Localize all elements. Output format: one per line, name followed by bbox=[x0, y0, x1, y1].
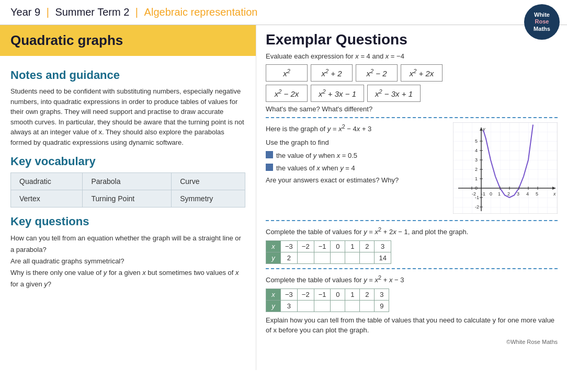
table2-intro: Complete the table of values for y = x2 … bbox=[266, 273, 558, 285]
sep2: | bbox=[132, 6, 141, 18]
table2-y-1: 3 bbox=[281, 300, 298, 312]
vocab-cell: Curve bbox=[172, 173, 245, 190]
bullet-icon-2 bbox=[266, 164, 273, 171]
svg-text:-2: -2 bbox=[475, 204, 479, 210]
table1-y-2 bbox=[297, 252, 314, 263]
same-diff: What's the same? What's different? bbox=[266, 105, 558, 113]
exact-estimate: Are your answers exact or estimates? Why… bbox=[266, 175, 448, 186]
key-questions: How can you tell from an equation whethe… bbox=[10, 233, 245, 290]
table2-x-1: −3 bbox=[281, 289, 298, 300]
bullet-1-text: the value of y when x = 0.5 bbox=[276, 151, 357, 161]
header-title: Year 9 | Summer Term 2 | Algebraic repre… bbox=[10, 6, 257, 18]
svg-text:3: 3 bbox=[517, 191, 519, 197]
divider-2 bbox=[266, 220, 558, 221]
banner-title: Quadratic graphs bbox=[10, 32, 245, 49]
graph-intro: Here is the graph of y = x2 − 4x + 3 bbox=[266, 122, 448, 134]
table2-x-5: 1 bbox=[345, 289, 360, 300]
table2-x-label: x bbox=[266, 289, 281, 300]
yellow-banner: Quadratic graphs bbox=[0, 25, 256, 56]
graph-text-area: Here is the graph of y = x2 − 4x + 3 Use… bbox=[266, 122, 448, 189]
table1-x-3: −1 bbox=[314, 240, 331, 252]
table2-y-3 bbox=[314, 300, 331, 312]
table2-y-6 bbox=[360, 300, 375, 312]
logo-white: White bbox=[534, 11, 550, 18]
table1-x-6: 2 bbox=[360, 240, 375, 252]
graph-svg: -2 -1 0 1 2 3 4 5 x 0 1 2 3 4 5 -1 bbox=[453, 122, 558, 214]
table2-x-row: x −3 −2 −1 0 1 2 3 bbox=[266, 289, 389, 300]
notes-title: Notes and guidance bbox=[10, 68, 245, 82]
table1: x −3 −2 −1 0 1 2 3 y 2 bbox=[266, 240, 391, 264]
table1-x-4: 0 bbox=[331, 240, 345, 252]
expr-row-1: x2 x2 + 2 x2 − 2 x2 + 2x bbox=[266, 64, 558, 82]
table2-y-4 bbox=[331, 300, 345, 312]
bullet-2: the values of x when y = 4 bbox=[266, 163, 448, 174]
vocab-cell: Symmetry bbox=[172, 190, 245, 207]
table1-x-row: x −3 −2 −1 0 1 2 3 bbox=[266, 240, 391, 252]
vocab-cell: Turning Point bbox=[83, 190, 172, 207]
table2-x-4: 0 bbox=[331, 289, 345, 300]
svg-text:1: 1 bbox=[475, 176, 478, 181]
svg-text:5: 5 bbox=[475, 139, 478, 144]
expr-box-7: x2 − 3x + 1 bbox=[367, 85, 421, 102]
svg-text:x: x bbox=[553, 191, 556, 197]
table1-y-6 bbox=[360, 252, 375, 263]
bullet-2-text: the values of x when y = 4 bbox=[276, 163, 355, 174]
logo-rose: Rose bbox=[535, 18, 549, 25]
table2: x −3 −2 −1 0 1 2 3 y 3 bbox=[266, 289, 389, 312]
table1-y-label: y bbox=[266, 252, 281, 263]
svg-text:4: 4 bbox=[475, 148, 478, 153]
table2-y-row: y 3 9 bbox=[266, 300, 389, 312]
table1-x-2: −2 bbox=[297, 240, 314, 252]
vocab-row-1: Quadratic Parabola Curve bbox=[11, 173, 245, 190]
notes-text: Students need to be confident with subst… bbox=[10, 86, 245, 147]
vocab-cell: Parabola bbox=[83, 173, 172, 190]
table1-x-1: −3 bbox=[281, 240, 298, 252]
vocab-title: Key vocabulary bbox=[10, 155, 245, 168]
divider-1 bbox=[266, 117, 558, 118]
table2-section: Complete the table of values for y = x2 … bbox=[266, 273, 558, 312]
logo: White Rose Maths bbox=[524, 4, 560, 40]
vocab-cell: Vertex bbox=[11, 190, 83, 207]
svg-text:4: 4 bbox=[526, 191, 529, 197]
expr-box-3: x2 − 2 bbox=[356, 64, 398, 82]
svg-text:0: 0 bbox=[490, 191, 492, 197]
table1-x-7: 3 bbox=[375, 240, 391, 252]
svg-rect-1 bbox=[453, 122, 558, 214]
table2-x-2: −2 bbox=[297, 289, 314, 300]
table2-x-7: 3 bbox=[375, 289, 389, 300]
table1-y-5 bbox=[345, 252, 360, 263]
year-label: Year 9 bbox=[10, 6, 40, 18]
expr-box-4: x2 + 2x bbox=[401, 64, 443, 82]
table1-y-1: 2 bbox=[281, 252, 298, 263]
question-1: How can you tell from an equation whethe… bbox=[10, 233, 245, 256]
expr-box-6: x2 + 3x − 1 bbox=[311, 85, 364, 102]
table2-y-7: 9 bbox=[375, 300, 389, 312]
table1-y-7: 14 bbox=[375, 252, 391, 263]
vocab-row-2: Vertex Turning Point Symmetry bbox=[11, 190, 245, 207]
questions-title: Key questions bbox=[10, 215, 245, 228]
question-2: Are all quadratic graphs symmetrical? bbox=[10, 256, 245, 267]
svg-text:3: 3 bbox=[475, 157, 478, 163]
graph-svg-container: -2 -1 0 1 2 3 4 5 x 0 1 2 3 4 5 -1 bbox=[453, 122, 558, 216]
logo-maths: Maths bbox=[534, 26, 550, 32]
table2-y-2 bbox=[297, 300, 314, 312]
table2-x-3: −1 bbox=[314, 289, 331, 300]
main-layout: Quadratic graphs Notes and guidance Stud… bbox=[0, 25, 567, 370]
question-3: Why is there only one value of y for a g… bbox=[10, 267, 245, 290]
term-label: Summer Term 2 bbox=[55, 6, 129, 18]
copyright: ©White Rose Maths bbox=[266, 339, 558, 345]
table1-y-3 bbox=[314, 252, 331, 263]
use-graph: Use the graph to find bbox=[266, 137, 448, 148]
vocab-cell: Quadratic bbox=[11, 173, 83, 190]
right-column: Exemplar Questions Evaluate each express… bbox=[256, 25, 567, 370]
expr-box-2: x2 + 2 bbox=[311, 64, 353, 82]
svg-text:-1: -1 bbox=[475, 195, 479, 200]
vocab-table: Quadratic Parabola Curve Vertex Turning … bbox=[10, 172, 245, 207]
table2-y-label: y bbox=[266, 300, 281, 312]
table1-intro: Complete the table of values for y = x2 … bbox=[266, 225, 558, 237]
expr-box-5: x2 − 2x bbox=[266, 85, 308, 102]
bullet-icon-1 bbox=[266, 151, 273, 158]
left-column: Quadratic graphs Notes and guidance Stud… bbox=[0, 25, 256, 370]
header: Year 9 | Summer Term 2 | Algebraic repre… bbox=[0, 0, 567, 25]
table2-x-6: 2 bbox=[360, 289, 375, 300]
